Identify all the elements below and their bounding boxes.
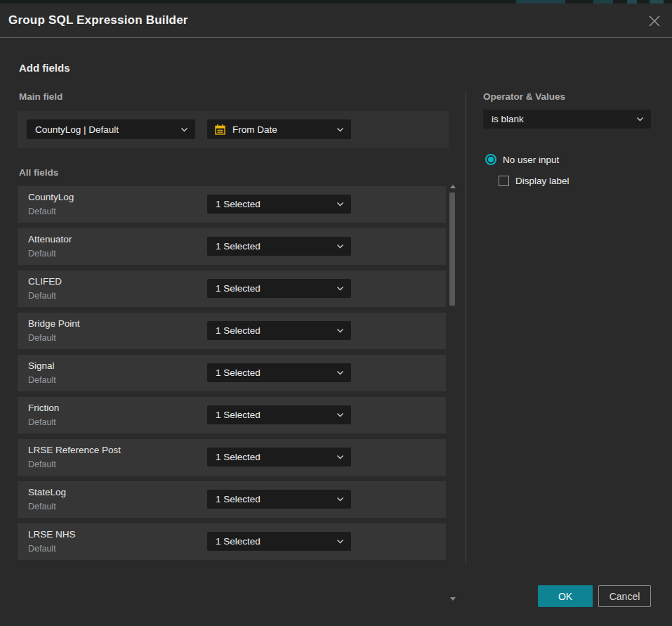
field-name: Signal <box>28 360 55 371</box>
field-selected-dropdown[interactable]: 1 Selected <box>207 363 351 382</box>
dialog-header: Group SQL Expression Builder <box>0 4 672 38</box>
scrollbar-up-arrow-icon[interactable] <box>450 185 456 188</box>
field-selected-dropdown[interactable]: 1 Selected <box>207 237 351 256</box>
chevron-down-icon <box>336 412 344 417</box>
field-selected-dropdown[interactable]: 1 Selected <box>207 532 351 551</box>
field-source: Default <box>28 502 56 511</box>
field-row: Friction Default 1 Selected <box>18 397 446 433</box>
operator-values-label: Operator & Values <box>483 91 565 102</box>
field-selected-value: 1 Selected <box>207 536 336 547</box>
chevron-down-icon <box>336 539 344 544</box>
field-selected-value: 1 Selected <box>207 325 336 336</box>
field-row: Signal Default 1 Selected <box>18 355 446 391</box>
scrollbar-down-arrow-icon[interactable] <box>450 597 456 601</box>
field-source: Default <box>28 291 56 301</box>
field-row: Attenuator Default 1 Selected <box>18 228 446 265</box>
main-source-select[interactable]: CountyLog | Default <box>27 119 195 139</box>
field-source: Default <box>28 459 56 469</box>
chevron-down-icon <box>636 117 644 122</box>
ok-button[interactable]: OK <box>538 585 593 607</box>
field-row: CountyLog Default 1 Selected <box>18 186 446 223</box>
field-name: LRSE Reference Post <box>28 445 121 455</box>
add-fields-heading: Add fields <box>19 62 70 74</box>
field-source: Default <box>28 333 56 343</box>
field-row: CLIFED Default 1 Selected <box>18 270 446 307</box>
field-source: Default <box>28 417 56 427</box>
field-source: Default <box>28 544 56 554</box>
checkbox-icon <box>499 176 509 186</box>
no-user-input-radio[interactable]: No user input <box>485 154 559 165</box>
all-fields-label: All fields <box>19 167 58 178</box>
chevron-down-icon <box>336 455 344 459</box>
field-name: CLIFED <box>28 276 62 287</box>
field-name: CountyLog <box>28 192 74 202</box>
field-selected-value: 1 Selected <box>207 199 336 209</box>
field-selected-value: 1 Selected <box>207 452 336 462</box>
field-selected-value: 1 Selected <box>207 410 336 420</box>
operator-select[interactable]: is blank <box>483 110 651 129</box>
calendar-icon <box>214 124 226 136</box>
main-field-select-value: From Date <box>232 124 336 135</box>
field-selected-value: 1 Selected <box>207 367 336 378</box>
checkbox-label: Display label <box>515 176 569 186</box>
field-selected-value: 1 Selected <box>207 494 336 504</box>
chevron-down-icon <box>336 286 344 291</box>
dialog-title: Group SQL Expression Builder <box>8 13 188 27</box>
field-selected-dropdown[interactable]: 1 Selected <box>207 448 351 467</box>
chevron-down-icon <box>180 127 188 132</box>
radio-label: No user input <box>503 155 559 165</box>
chevron-down-icon <box>336 370 344 375</box>
field-selected-dropdown[interactable]: 1 Selected <box>207 195 351 214</box>
chevron-down-icon <box>336 244 344 249</box>
chevron-down-icon <box>336 202 344 207</box>
all-fields-list: CountyLog Default 1 Selected Attenuator … <box>18 186 446 566</box>
main-field-panel: CountyLog | Default From Date <box>18 111 449 148</box>
display-label-checkbox[interactable]: Display label <box>499 176 569 186</box>
field-source: Default <box>28 249 56 259</box>
column-divider <box>466 91 466 564</box>
field-selected-value: 1 Selected <box>207 283 336 294</box>
field-name: Bridge Point <box>28 318 80 329</box>
list-scrollbar[interactable] <box>449 183 456 603</box>
main-field-label: Main field <box>19 91 62 102</box>
cancel-button[interactable]: Cancel <box>598 585 651 607</box>
field-selected-dropdown[interactable]: 1 Selected <box>207 490 351 509</box>
field-source: Default <box>28 375 56 385</box>
field-row: LRSE Reference Post Default 1 Selected <box>18 439 446 476</box>
field-row: LRSE NHS Default 1 Selected <box>18 523 446 560</box>
radio-icon <box>485 154 496 165</box>
chevron-down-icon <box>336 328 344 333</box>
field-selected-dropdown[interactable]: 1 Selected <box>207 279 351 298</box>
scrollbar-thumb[interactable] <box>449 193 455 306</box>
field-row: Bridge Point Default 1 Selected <box>18 313 446 349</box>
dialog-body: Add fields Main field CountyLog | Defaul… <box>0 39 672 626</box>
field-selected-dropdown[interactable]: 1 Selected <box>207 321 351 340</box>
field-name: StateLog <box>28 487 66 497</box>
field-selected-dropdown[interactable]: 1 Selected <box>207 405 351 424</box>
field-name: Friction <box>28 403 59 413</box>
main-source-select-value: CountyLog | Default <box>27 124 180 135</box>
field-name: Attenuator <box>28 234 72 244</box>
field-source: Default <box>28 207 56 216</box>
field-name: LRSE NHS <box>28 529 76 540</box>
close-icon[interactable] <box>647 13 662 29</box>
main-field-select[interactable]: From Date <box>207 119 351 139</box>
chevron-down-icon <box>336 497 344 502</box>
chevron-down-icon <box>336 127 344 132</box>
field-selected-value: 1 Selected <box>207 241 336 252</box>
field-row: StateLog Default 1 Selected <box>18 481 446 518</box>
operator-select-value: is blank <box>483 114 636 124</box>
